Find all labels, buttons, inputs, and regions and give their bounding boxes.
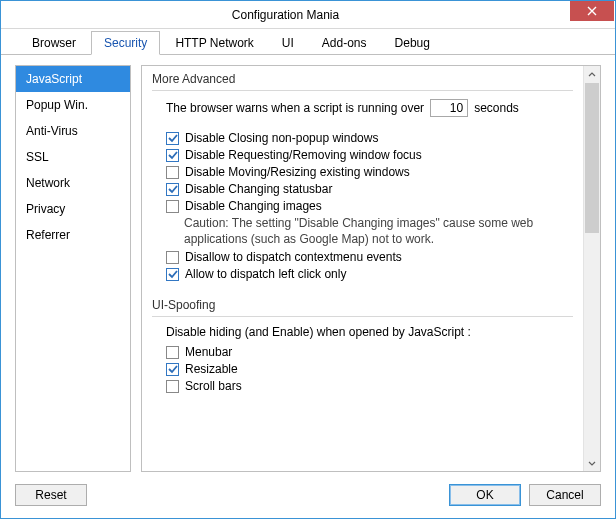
opt-label: Disable Changing statusbar	[185, 182, 332, 196]
opt-allow-leftclick[interactable]: Allow to dispatch left click only	[166, 267, 573, 281]
tabstrip: Browser Security HTTP Network UI Add-ons…	[1, 29, 615, 55]
scroll-thumb[interactable]	[585, 83, 599, 233]
opt-label: Disable Changing images	[185, 199, 322, 213]
vertical-scrollbar[interactable]	[583, 66, 600, 471]
checkbox[interactable]	[166, 200, 179, 213]
tab-browser[interactable]: Browser	[19, 31, 89, 54]
warn-label-pre: The browser warns when a script is runni…	[166, 101, 424, 115]
warn-row: The browser warns when a script is runni…	[166, 99, 573, 117]
check-icon	[168, 133, 178, 143]
check-icon	[168, 184, 178, 194]
opt-label: Disable Moving/Resizing existing windows	[185, 165, 410, 179]
checkbox[interactable]	[166, 346, 179, 359]
group-title-ui-spoofing: UI-Spoofing	[152, 298, 573, 312]
opt-disable-images[interactable]: Disable Changing images	[166, 199, 573, 213]
sidebar-item-antivirus[interactable]: Anti-Virus	[16, 118, 130, 144]
body: JavaScript Popup Win. Anti-Virus SSL Net…	[1, 55, 615, 472]
tab-http-network[interactable]: HTTP Network	[162, 31, 266, 54]
checkbox[interactable]	[166, 166, 179, 179]
opt-label: Resizable	[185, 362, 238, 376]
opt-scrollbars[interactable]: Scroll bars	[166, 379, 573, 393]
opt-disable-closing[interactable]: Disable Closing non-popup windows	[166, 131, 573, 145]
sidebar-item-privacy[interactable]: Privacy	[16, 196, 130, 222]
tab-security[interactable]: Security	[91, 31, 160, 55]
opt-label: Allow to dispatch left click only	[185, 267, 346, 281]
opt-disable-statusbar[interactable]: Disable Changing statusbar	[166, 182, 573, 196]
check-icon	[168, 364, 178, 374]
warn-label-post: seconds	[474, 101, 519, 115]
tab-debug[interactable]: Debug	[382, 31, 443, 54]
content: More Advanced The browser warns when a s…	[142, 66, 583, 471]
warn-seconds-input[interactable]	[430, 99, 468, 117]
sidebar-item-javascript[interactable]: JavaScript	[16, 66, 130, 92]
cancel-button[interactable]: Cancel	[529, 484, 601, 506]
checkbox[interactable]	[166, 268, 179, 281]
checkbox[interactable]	[166, 132, 179, 145]
scroll-up-arrow[interactable]	[584, 66, 600, 83]
titlebar: Configuration Mania	[1, 1, 615, 29]
chevron-up-icon	[588, 71, 596, 79]
close-icon	[587, 6, 597, 16]
tab-addons[interactable]: Add-ons	[309, 31, 380, 54]
chevron-down-icon	[588, 459, 596, 467]
checkbox[interactable]	[166, 183, 179, 196]
check-icon	[168, 269, 178, 279]
footer: Reset OK Cancel	[1, 472, 615, 518]
checkbox[interactable]	[166, 380, 179, 393]
group-title-more-advanced: More Advanced	[152, 72, 573, 86]
divider	[152, 90, 573, 91]
checkbox[interactable]	[166, 363, 179, 376]
window: Configuration Mania Browser Security HTT…	[0, 0, 616, 519]
sidebar-item-popup[interactable]: Popup Win.	[16, 92, 130, 118]
sidebar-item-ssl[interactable]: SSL	[16, 144, 130, 170]
tab-ui[interactable]: UI	[269, 31, 307, 54]
caution-text: Caution: The setting "Disable Changing i…	[184, 216, 564, 247]
opt-menubar[interactable]: Menubar	[166, 345, 573, 359]
opt-disallow-contextmenu[interactable]: Disallow to dispatch contextmenu events	[166, 250, 573, 264]
ok-button[interactable]: OK	[449, 484, 521, 506]
check-icon	[168, 150, 178, 160]
content-panel: More Advanced The browser warns when a s…	[141, 65, 601, 472]
window-title: Configuration Mania	[1, 8, 570, 22]
opt-label: Disable Requesting/Removing window focus	[185, 148, 422, 162]
divider	[152, 316, 573, 317]
scroll-down-arrow[interactable]	[584, 454, 600, 471]
sidebar-item-referrer[interactable]: Referrer	[16, 222, 130, 248]
opt-label: Menubar	[185, 345, 232, 359]
ui-spoofing-intro: Disable hiding (and Enable) when opened …	[166, 325, 573, 339]
opt-resizable[interactable]: Resizable	[166, 362, 573, 376]
opt-label: Scroll bars	[185, 379, 242, 393]
close-button[interactable]	[570, 1, 614, 21]
checkbox[interactable]	[166, 251, 179, 264]
checkbox[interactable]	[166, 149, 179, 162]
opt-label: Disable Closing non-popup windows	[185, 131, 378, 145]
sidebar: JavaScript Popup Win. Anti-Virus SSL Net…	[15, 65, 131, 472]
opt-disable-focus[interactable]: Disable Requesting/Removing window focus	[166, 148, 573, 162]
sidebar-item-network[interactable]: Network	[16, 170, 130, 196]
opt-disable-move[interactable]: Disable Moving/Resizing existing windows	[166, 165, 573, 179]
opt-label: Disallow to dispatch contextmenu events	[185, 250, 402, 264]
reset-button[interactable]: Reset	[15, 484, 87, 506]
